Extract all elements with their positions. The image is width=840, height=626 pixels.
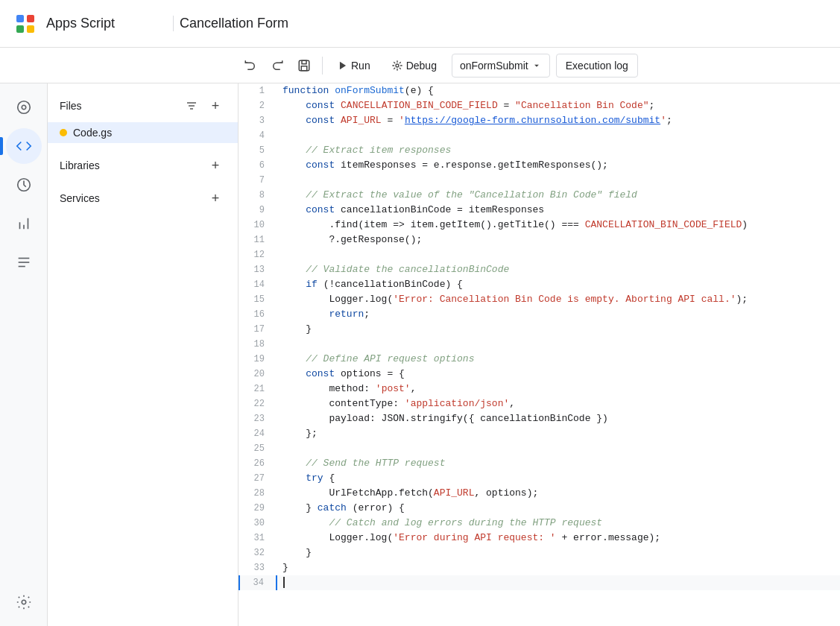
line-6: 6 const itemResponses = e.response.getIt… — [239, 158, 840, 173]
line-2: 2 const CANCELLATION_BIN_CODE_FIELD = "C… — [239, 98, 840, 113]
nav-triggers[interactable] — [6, 167, 42, 203]
line-5: 5 // Extract item responses — [239, 143, 840, 158]
line-22: 22 contentType: 'application/json', — [239, 396, 840, 411]
line-code-18[interactable] — [277, 337, 840, 352]
line-code-7[interactable] — [277, 173, 840, 188]
nav-list[interactable] — [6, 244, 42, 280]
icon-bar — [0, 83, 48, 626]
line-code-25[interactable] — [277, 441, 840, 456]
line-12: 12 — [239, 247, 840, 262]
save-button[interactable] — [292, 54, 316, 78]
line-code-20[interactable]: const options = { — [277, 367, 840, 382]
libraries-section-header: Libraries + — [48, 149, 238, 182]
line-num-15: 15 — [239, 292, 277, 307]
line-num-27: 27 — [239, 471, 277, 486]
svg-rect-7 — [301, 66, 307, 70]
line-8: 8 // Extract the value of the "Cancellat… — [239, 188, 840, 203]
line-code-11[interactable]: ?.getResponse(); — [277, 233, 840, 247]
nav-home[interactable] — [6, 89, 42, 125]
line-code-21[interactable]: method: 'post', — [277, 382, 840, 396]
line-26: 26 // Send the HTTP request — [239, 456, 840, 471]
line-24: 24 }; — [239, 426, 840, 441]
line-9: 9 const cancellationBinCode = itemRespon… — [239, 203, 840, 218]
apps-script-logo — [12, 10, 39, 37]
line-30: 30 // Catch and log errors during the HT… — [239, 516, 840, 531]
line-code-30[interactable]: // Catch and log errors during the HTTP … — [277, 516, 840, 531]
line-code-6[interactable]: const itemResponses = e.response.getItem… — [277, 158, 840, 173]
line-14: 14 if (!cancellationBinCode) { — [239, 277, 840, 292]
line-code-23[interactable]: payload: JSON.stringify({ cancellationBi… — [277, 411, 840, 426]
line-num-11: 11 — [239, 233, 277, 247]
line-code-34[interactable] — [277, 575, 840, 590]
line-17: 17 } — [239, 322, 840, 337]
line-7: 7 — [239, 173, 840, 188]
line-code-32[interactable]: } — [277, 546, 840, 560]
line-code-14[interactable]: if (!cancellationBinCode) { — [277, 277, 840, 292]
line-num-20: 20 — [239, 367, 277, 382]
line-code-5[interactable]: // Extract item responses — [277, 143, 840, 158]
undo-button[interactable] — [239, 54, 262, 78]
line-code-3[interactable]: const API_URL = 'https://google-form.chu… — [277, 113, 840, 128]
line-25: 25 — [239, 441, 840, 456]
line-code-33[interactable]: } — [277, 560, 840, 575]
line-code-19[interactable]: // Define API request options — [277, 352, 840, 367]
line-code-31[interactable]: Logger.log('Error during API request: ' … — [277, 531, 840, 546]
line-code-13[interactable]: // Validate the cancellationBinCode — [277, 262, 840, 277]
line-code-26[interactable]: // Send the HTTP request — [277, 456, 840, 471]
debug-button[interactable]: Debug — [382, 54, 446, 78]
line-code-4[interactable] — [277, 128, 840, 143]
line-16: 16 return; — [239, 307, 840, 322]
line-code-1[interactable]: function onFormSubmit(e) { — [277, 83, 840, 98]
line-code-8[interactable]: // Extract the value of the "Cancellatio… — [277, 188, 840, 203]
add-file-button[interactable]: + — [205, 95, 226, 116]
add-service-button[interactable]: + — [205, 188, 226, 209]
redo-button[interactable] — [265, 54, 289, 78]
line-code-29[interactable]: } catch (error) { — [277, 501, 840, 516]
services-section-header: Services + — [48, 182, 238, 215]
run-button[interactable]: Run — [329, 54, 379, 78]
line-num-6: 6 — [239, 158, 277, 173]
svg-point-16 — [22, 600, 26, 604]
nav-settings[interactable] — [6, 584, 42, 620]
line-num-14: 14 — [239, 277, 277, 292]
line-1: 1 function onFormSubmit(e) { — [239, 83, 840, 98]
line-num-3: 3 — [239, 113, 277, 128]
sort-files-button[interactable] — [181, 95, 202, 116]
svg-point-9 — [396, 64, 399, 67]
line-code-27[interactable]: try { — [277, 471, 840, 486]
line-num-12: 12 — [239, 247, 277, 262]
function-selector[interactable]: onFormSubmit — [452, 54, 550, 78]
svg-marker-8 — [340, 61, 346, 69]
add-library-button[interactable]: + — [205, 155, 226, 176]
line-code-17[interactable]: } — [277, 322, 840, 337]
line-code-15[interactable]: Logger.log('Error: Cancellation Bin Code… — [277, 292, 840, 307]
line-num-19: 19 — [239, 352, 277, 367]
file-item-code-gs[interactable]: Code.gs — [48, 122, 238, 143]
line-num-24: 24 — [239, 426, 277, 441]
nav-editor[interactable] — [6, 128, 42, 164]
line-27: 27 try { — [239, 471, 840, 486]
nav-executions[interactable] — [6, 206, 42, 241]
line-num-30: 30 — [239, 516, 277, 531]
line-code-12[interactable] — [277, 247, 840, 262]
line-13: 13 // Validate the cancellationBinCode — [239, 262, 840, 277]
files-section-header: Files + — [48, 89, 238, 122]
line-20: 20 const options = { — [239, 367, 840, 382]
line-num-7: 7 — [239, 173, 277, 188]
line-4: 4 — [239, 128, 840, 143]
line-code-2[interactable]: const CANCELLATION_BIN_CODE_FIELD = "Can… — [277, 98, 840, 113]
line-31: 31 Logger.log('Error during API request:… — [239, 531, 840, 546]
line-code-22[interactable]: contentType: 'application/json', — [277, 396, 840, 411]
line-num-26: 26 — [239, 456, 277, 471]
line-num-23: 23 — [239, 411, 277, 426]
code-editor[interactable]: 1 function onFormSubmit(e) { 2 const CAN… — [239, 83, 840, 626]
line-num-21: 21 — [239, 382, 277, 396]
line-code-28[interactable]: UrlFetchApp.fetch(API_URL, options); — [277, 486, 840, 501]
line-code-10[interactable]: .find(item => item.getItem().getTitle() … — [277, 218, 840, 233]
line-code-24[interactable]: }; — [277, 426, 840, 441]
line-num-31: 31 — [239, 531, 277, 546]
main-layout: Files + Code.gs Libraries + Services + — [0, 83, 840, 626]
execution-log-button[interactable]: Execution log — [556, 54, 638, 78]
line-code-16[interactable]: return; — [277, 307, 840, 322]
line-code-9[interactable]: const cancellationBinCode = itemResponse… — [277, 203, 840, 218]
